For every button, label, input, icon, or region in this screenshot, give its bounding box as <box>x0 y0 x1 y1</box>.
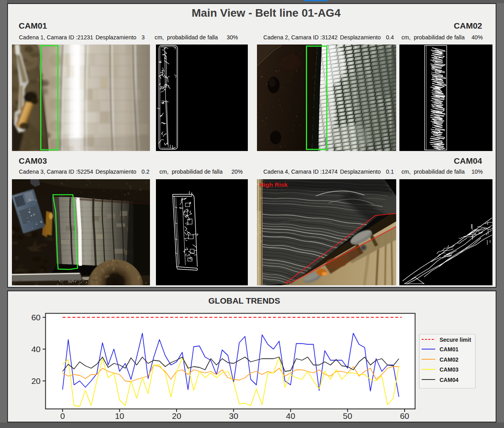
svg-text:CAM01: CAM01 <box>440 346 459 352</box>
svg-text:CAM04: CAM04 <box>440 377 459 383</box>
svg-text:60: 60 <box>400 411 409 420</box>
svg-text:40: 40 <box>286 411 295 420</box>
svg-text:Secure limit: Secure limit <box>440 337 471 343</box>
svg-text:0: 0 <box>60 411 65 420</box>
svg-text:60: 60 <box>31 313 41 322</box>
svg-text:50: 50 <box>343 411 352 420</box>
svg-text:20: 20 <box>172 411 181 420</box>
svg-text:High Risk: High Risk <box>259 181 288 188</box>
svg-text:30: 30 <box>229 411 238 420</box>
svg-text:CAM03: CAM03 <box>440 366 459 373</box>
svg-text:CAM02: CAM02 <box>440 356 459 363</box>
svg-text:20: 20 <box>31 376 41 385</box>
svg-text:40: 40 <box>31 345 41 354</box>
svg-text:10: 10 <box>115 411 124 420</box>
